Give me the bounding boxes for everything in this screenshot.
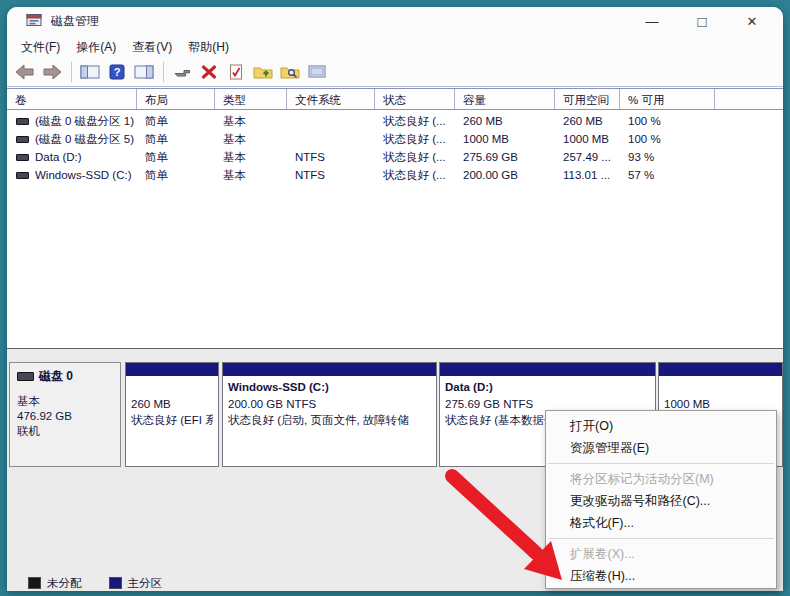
table-cell: 基本 [215,132,287,147]
properties-icon[interactable] [223,61,248,83]
menu-item[interactable]: 打开(O) [546,415,776,437]
partition-windows-ssd-c[interactable]: Windows-SSD (C:) 200.00 GB NTFS 状态良好 (启动… [222,362,437,467]
table-cell: Windows-SSD (C:) [7,169,137,181]
table-row[interactable]: Data (D:)简单基本NTFS状态良好 (...275.69 GB257.4… [7,148,783,166]
table-cell: 基本 [215,114,287,129]
volume-table-header: 卷 布局 类型 文件系统 状态 容量 可用空间 % 可用 [7,88,783,110]
folder-up-icon[interactable] [250,61,275,83]
column-header-status[interactable]: 状态 [375,89,455,109]
table-cell: 257.49 ... [555,151,620,163]
menu-separator [548,538,774,539]
table-cell: 状态良好 (... [375,132,455,147]
table-cell: 100 % [620,115,715,127]
menu-help[interactable]: 帮助(H) [180,37,237,58]
partition-color-bar [440,363,655,376]
table-cell: 260 MB [455,115,555,127]
table-cell: 1000 MB [455,133,555,145]
minimize-button[interactable]: — [627,7,677,36]
menu-item[interactable]: 格式化(F)... [546,512,776,534]
disk0-info-box[interactable]: 磁盘 0 基本 476.92 GB 联机 [9,362,121,467]
partition-title [131,379,213,396]
partition-title [664,379,777,396]
menu-view[interactable]: 查看(V) [124,37,180,58]
table-cell: NTFS [287,169,375,181]
table-row[interactable]: (磁盘 0 磁盘分区 1)简单基本状态良好 (...260 MB260 MB10… [7,112,783,130]
column-header-filesystem[interactable]: 文件系统 [287,89,375,109]
partition-status: 状态良好 (启动, 页面文件, 故障转储 [228,412,431,428]
screen-icon[interactable] [304,61,329,83]
action-pane-icon[interactable] [131,61,156,83]
column-header-capacity[interactable]: 容量 [455,89,555,109]
disk-size: 476.92 GB [17,409,120,424]
partition-size: 200.00 GB NTFS [228,396,431,412]
column-header-type[interactable]: 类型 [215,89,287,109]
column-header-percent-free[interactable]: % 可用 [620,89,715,109]
close-button[interactable]: ✕ [727,7,777,36]
column-header-layout[interactable]: 布局 [137,89,215,109]
legend-item: 未分配 [28,576,82,591]
table-cell: 简单 [137,168,215,183]
app-icon [26,13,42,31]
table-cell: 1000 MB [555,133,620,145]
volume-icon [16,118,29,125]
column-header-free-space[interactable]: 可用空间 [555,89,620,109]
legend-swatch [28,577,41,589]
window-title: 磁盘管理 [51,13,99,30]
menu-separator [548,463,774,464]
table-cell: (磁盘 0 磁盘分区 5) [7,132,137,147]
toolbar: ? [7,58,783,87]
volume-icon [16,136,29,143]
partition-title: Data (D:) [445,379,650,396]
context-menu: 打开(O)资源管理器(E)将分区标记为活动分区(M)更改驱动器号和路径(C)..… [545,410,777,589]
folder-search-icon[interactable] [277,61,302,83]
volume-icon [16,154,29,161]
table-cell: 基本 [215,150,287,165]
help-icon[interactable]: ? [104,61,129,83]
legend-item: 主分区 [109,576,163,591]
partition-status: 状态良好 (EFI 系 [131,412,213,428]
partition-size: 260 MB [131,396,213,412]
menu-action[interactable]: 操作(A) [68,37,124,58]
table-cell: 200.00 GB [455,169,555,181]
table-cell: 简单 [137,150,215,165]
table-cell: 基本 [215,168,287,183]
disk-icon [17,372,34,381]
menu-item[interactable]: 压缩卷(H)... [546,565,776,587]
forward-icon[interactable] [39,61,64,83]
menu-item: 扩展卷(X)... [546,543,776,565]
table-row[interactable]: Windows-SSD (C:)简单基本NTFS状态良好 (...200.00 … [7,166,783,184]
table-cell: Data (D:) [7,151,137,163]
partition-color-bar [126,363,218,376]
table-cell: 57 % [620,169,715,181]
partition-color-bar [659,363,782,376]
volume-icon [16,172,29,179]
disk-status: 联机 [17,424,120,439]
title-bar[interactable]: 磁盘管理 — □ ✕ [7,7,783,36]
table-cell: (磁盘 0 磁盘分区 1) [7,114,137,129]
partition-color-bar [223,363,436,376]
back-icon[interactable] [12,61,37,83]
table-cell: 简单 [137,114,215,129]
table-cell: 260 MB [555,115,620,127]
table-row[interactable]: (磁盘 0 磁盘分区 5)简单基本状态良好 (...1000 MB1000 MB… [7,130,783,148]
table-cell: 93 % [620,151,715,163]
toolbar-separator [71,62,72,82]
partition-title: Windows-SSD (C:) [228,379,431,396]
legend-label: 主分区 [128,576,163,591]
menu-item[interactable]: 更改驱动器号和路径(C)... [546,490,776,512]
partition-efi-260mb[interactable]: 260 MB 状态良好 (EFI 系 [125,362,219,467]
console-tree-icon[interactable] [77,61,102,83]
tool-icon[interactable] [169,61,194,83]
column-header-filler [715,89,783,109]
table-cell: 275.69 GB [455,151,555,163]
menu-file[interactable]: 文件(F) [13,37,68,58]
column-header-volume[interactable]: 卷 [7,89,137,109]
legend-label: 未分配 [47,576,82,591]
maximize-button[interactable]: □ [677,7,727,36]
toolbar-separator [163,62,164,82]
menu-item: 将分区标记为活动分区(M) [546,468,776,490]
delete-icon[interactable] [196,61,221,83]
menu-bar: 文件(F) 操作(A) 查看(V) 帮助(H) [7,36,783,58]
svg-text:?: ? [113,66,120,78]
menu-item[interactable]: 资源管理器(E) [546,437,776,459]
